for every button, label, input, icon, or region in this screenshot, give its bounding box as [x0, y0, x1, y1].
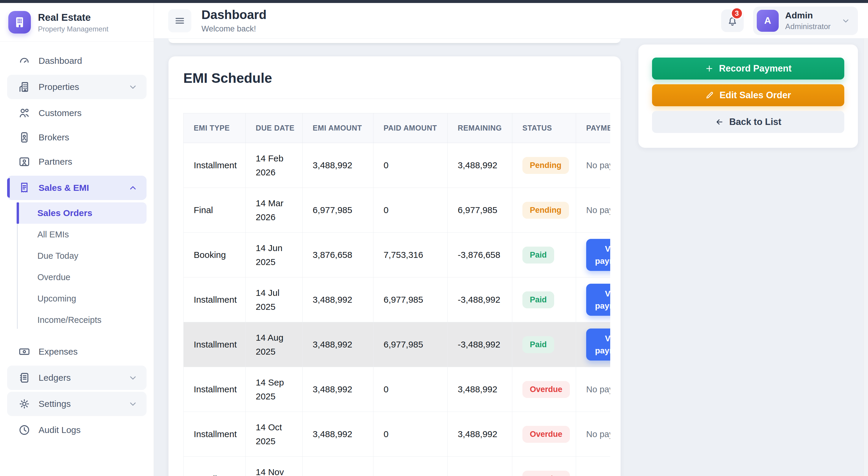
chevron-up-icon [128, 183, 137, 192]
cell-emi-amount: 3,488,992 [303, 367, 373, 412]
record-payment-button[interactable]: Record Payment [652, 58, 844, 80]
status-badge: Overdue [522, 471, 570, 476]
cell-emi-amount: 3,488,992 [303, 143, 373, 188]
cell-status: Pending [512, 188, 576, 233]
notifications-button[interactable]: 3 [721, 9, 744, 32]
no-payments-text: No payments [586, 474, 610, 476]
sidebar-subitem-all-emis[interactable]: All EMIs [17, 224, 147, 245]
cell-paid-amount: 6,977,985 [373, 322, 447, 367]
sidebar-item-dashboard[interactable]: Dashboard [7, 49, 147, 73]
cell-emi-amount: 3,488,992 [303, 412, 373, 457]
cell-due-date: 14 Jun2025 [246, 233, 303, 277]
plus-icon [705, 64, 714, 73]
pencil-icon [705, 91, 714, 100]
status-badge: Overdue [522, 381, 570, 398]
cell-emi-type: Installment [184, 457, 246, 476]
notification-count-badge: 3 [731, 7, 743, 20]
no-payments-text: No payments [586, 205, 610, 215]
scrolled-card-edge [168, 38, 621, 43]
emi-table: EMI TYPEDUE DATEEMI AMOUNTPAID AMOUNTREM… [183, 113, 610, 476]
sidebar-subitem-overdue[interactable]: Overdue [17, 267, 147, 288]
cell-remaining: 3,488,992 [447, 412, 512, 457]
view-payments-button[interactable]: View payments [586, 284, 610, 316]
sidebar-item-settings[interactable]: Settings [7, 392, 147, 416]
cell-emi-type: Installment [184, 143, 246, 188]
sidebar-item-audit-logs[interactable]: Audit Logs [7, 418, 147, 442]
cell-due-date: 14 Nov2025 [246, 457, 303, 476]
cell-due-date: 14 Oct2025 [246, 412, 303, 457]
cell-emi-type: Final [184, 188, 246, 233]
cell-due-date: 14 Sep2025 [246, 367, 303, 412]
sidebar-subitem-label: Upcoming [37, 294, 76, 304]
cell-due-date: 14 Mar2026 [246, 188, 303, 233]
sidebar-subitem-sales-orders[interactable]: Sales Orders [17, 202, 147, 224]
cell-status: Paid [512, 233, 576, 277]
actions-panel: Record PaymentEdit Sales OrderBack to Li… [639, 44, 858, 148]
building-icon [18, 81, 31, 93]
sidebar: Real Estate Property Management Dashboar… [0, 3, 154, 476]
cell-payments: No payments [576, 188, 611, 233]
sidebar-item-sales-emi[interactable]: Sales & EMI [7, 176, 147, 200]
cell-emi-type: Installment [184, 412, 246, 457]
gauge-icon [18, 54, 31, 67]
view-payments-button[interactable]: View payments [586, 328, 610, 361]
view-payments-button[interactable]: View payments [586, 239, 610, 271]
card-title: EMI Schedule [183, 70, 606, 86]
sidebar-item-label: Customers [38, 108, 137, 118]
menu-toggle-button[interactable] [168, 9, 191, 32]
sales-emi-submenu: Sales OrdersAll EMIsDue TodayOverdueUpco… [17, 202, 147, 331]
edit-sales-order-button[interactable]: Edit Sales Order [652, 84, 844, 106]
button-label: Back to List [729, 117, 781, 127]
sidebar-item-brokers[interactable]: Brokers [7, 125, 147, 150]
button-label: Edit Sales Order [719, 90, 791, 100]
column-header-paid-amount: PAID AMOUNT [373, 113, 447, 143]
cell-paid-amount: 0 [373, 143, 447, 188]
status-badge: Overdue [522, 426, 570, 443]
sidebar-item-label: Brokers [38, 132, 137, 143]
sidebar-item-label: Expenses [38, 347, 137, 357]
status-badge: Paid [522, 336, 554, 353]
status-badge: Pending [522, 157, 569, 174]
chevron-down-icon [128, 399, 137, 409]
sidebar-item-customers[interactable]: Customers [7, 101, 147, 125]
cell-due-date: 14 Aug2025 [246, 322, 303, 367]
sidebar-item-ledgers[interactable]: Ledgers [7, 366, 147, 390]
sidebar-subitem-label: Overdue [37, 272, 70, 282]
back-to-list-button[interactable]: Back to List [652, 111, 844, 133]
cell-remaining: 3,488,992 [447, 367, 512, 412]
cell-status: Overdue [512, 367, 576, 412]
sidebar-item-partners[interactable]: Partners [7, 150, 147, 174]
sidebar-item-properties[interactable]: Properties [7, 75, 147, 99]
sidebar-subitem-income-receipts[interactable]: Income/Receipts [17, 309, 147, 331]
brand-subtitle: Property Management [38, 25, 108, 33]
cell-remaining: 3,488,992 [447, 457, 512, 476]
table-row: Installment14 Oct20253,488,99203,488,992… [184, 412, 611, 457]
sidebar-subitem-upcoming[interactable]: Upcoming [17, 288, 147, 309]
sidebar-subitem-due-today[interactable]: Due Today [17, 245, 147, 267]
avatar: A [757, 10, 779, 32]
table-row: Final14 Mar20266,977,98506,977,985Pendin… [184, 188, 611, 233]
column-header-emi-amount: EMI AMOUNT [303, 113, 373, 143]
arrow-left-icon [715, 118, 724, 126]
cell-payments: View payments [576, 277, 611, 322]
cell-emi-amount: 3,876,658 [303, 233, 373, 277]
status-badge: Pending [522, 202, 569, 219]
table-row: Booking14 Jun20253,876,6587,753,316-3,87… [184, 233, 611, 277]
users-icon [18, 107, 31, 120]
cell-paid-amount: 0 [373, 412, 447, 457]
cell-emi-amount: 6,977,985 [303, 188, 373, 233]
column-header-emi-type: EMI TYPE [184, 113, 246, 143]
status-badge: Paid [522, 291, 554, 308]
sidebar-subitem-label: Sales Orders [37, 208, 92, 218]
cell-payments: View payments [576, 322, 611, 367]
chevron-down-icon [128, 82, 137, 92]
cell-status: Paid [512, 322, 576, 367]
sidebar-item-label: Ledgers [38, 373, 128, 383]
gear-icon [18, 397, 31, 410]
top-dark-strip [0, 0, 868, 3]
sidebar-item-expenses[interactable]: Expenses [7, 339, 147, 364]
no-payments-text: No payments [586, 385, 610, 394]
page-scrollbar[interactable] [863, 38, 868, 476]
table-row: Installment14 Nov20253,488,99203,488,992… [184, 457, 611, 476]
user-menu[interactable]: A Admin Administrator [753, 6, 858, 35]
